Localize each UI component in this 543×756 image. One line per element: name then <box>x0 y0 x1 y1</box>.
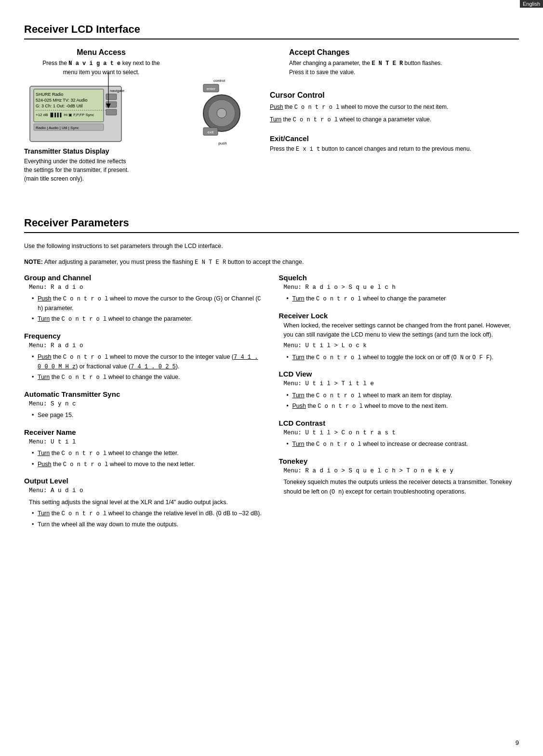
cursor-control-turn: Turn the C o n t r o l wheel to change a… <box>270 115 519 125</box>
exit-cancel-box: Exit/Cancel Press the E x i t button to … <box>270 134 519 154</box>
output-level-menu: Menu: A u d i o <box>29 486 265 495</box>
lcd-view-item1: Turn the C o n t r o l wheel to mark an … <box>287 391 519 401</box>
lcd-view-heading: LCD View <box>279 370 519 378</box>
lcd-contrast-heading: LCD Contrast <box>279 419 519 427</box>
frequency-item1: Push the C o n t r o l wheel to move the… <box>32 352 265 371</box>
auto-sync-list: See page 15. <box>32 411 265 420</box>
svg-text:control: control <box>213 78 225 83</box>
frequency-heading: Frequency <box>24 332 265 340</box>
lcd-view-section: LCD View Menu: U t i l > T i t l e Turn … <box>279 370 519 411</box>
svg-point-20 <box>217 108 226 118</box>
transmitter-status-text: Everything under the dotted line reflect… <box>24 157 178 183</box>
accept-changes-box: Accept Changes After changing a paramete… <box>289 48 519 77</box>
params-left-col: Group and Channel Menu: R a d i o Push t… <box>24 274 265 537</box>
output-level-item1: Turn the C o n t r o l wheel to change t… <box>32 509 265 519</box>
tonekey-heading: Tonekey <box>279 457 519 465</box>
receiver-lock-body: When locked, the receiver settings canno… <box>284 321 519 340</box>
receiver-name-list: Turn the C o n t r o l wheel to change t… <box>32 449 265 469</box>
note-text: NOTE: After adjusting a parameter, you m… <box>24 258 519 267</box>
params-right-col: Squelch Menu: R a d i o > S q u e l c h … <box>279 274 519 537</box>
receiver-lock-heading: Receiver Lock <box>279 312 519 320</box>
output-level-list: Turn the C o n t r o l wheel to change t… <box>32 509 265 529</box>
svg-text:push: push <box>218 141 226 145</box>
svg-rect-9 <box>106 102 117 107</box>
receiver-name-section: Receiver Name Menu: U t i l Turn the C o… <box>24 428 265 469</box>
svg-text:524-025 MHz TV: 32  Audio: 524-025 MHz TV: 32 Audio <box>36 98 88 103</box>
lcd-view-menu: Menu: U t i l > T i t l e <box>284 379 519 389</box>
control-knob-svg: control enter exit push <box>193 77 255 147</box>
accept-changes-text: After changing a parameter, the E N T E … <box>289 59 519 77</box>
group-channel-item2: Turn the C o n t r o l wheel to change t… <box>32 314 265 324</box>
lcd-contrast-list: Turn the C o n t r o l wheel to increase… <box>287 440 519 449</box>
cursor-control-box: Cursor Control Push the C o n t r o l wh… <box>270 91 519 125</box>
svg-text:navigate: navigate <box>110 89 125 93</box>
output-level-body: This setting adjusts the signal level at… <box>29 498 265 507</box>
svg-text:+12 dB ▐▌▌▌▌ Hi ▣ F,P,FP Sync: +12 dB ▐▌▌▌▌ Hi ▣ F,P,FP Sync <box>36 112 94 117</box>
receiver-name-item2: Push the C o n t r o l wheel to move to … <box>32 460 265 469</box>
lcd-contrast-section: LCD Contrast Menu: U t i l > C o n t r a… <box>279 419 519 449</box>
lcd-contrast-menu: Menu: U t i l > C o n t r a s t <box>284 429 519 438</box>
receiver-name-heading: Receiver Name <box>24 428 265 436</box>
output-level-item2: Turn the wheel all the way down to mute … <box>32 520 265 529</box>
transmitter-status-box: Transmitter Status Display Everything un… <box>24 147 178 183</box>
group-channel-menu: Menu: R a d i o <box>29 283 265 292</box>
group-channel-list: Push the C o n t r o l wheel to move the… <box>32 294 265 324</box>
exit-cancel-heading: Exit/Cancel <box>270 134 519 143</box>
language-label: English <box>523 1 540 7</box>
menu-access-text: Press the N a v i g a t e key next to th… <box>24 59 178 77</box>
menu-access-heading: Menu Access <box>24 48 178 57</box>
lcd-view-list: Turn the C o n t r o l wheel to mark an … <box>287 391 519 411</box>
auto-sync-section: Automatic Transmitter Sync Menu: S y n c… <box>24 390 265 420</box>
group-channel-item1: Push the C o n t r o l wheel to move the… <box>32 294 265 313</box>
receiver-lock-item1: Turn the C o n t r o l wheel to toggle t… <box>287 353 519 363</box>
section-lcd-interface: Receiver LCD Interface Menu Access Press… <box>24 23 519 183</box>
tonekey-section: Tonekey Menu: R a d i o > S q u e l c h … <box>279 457 519 496</box>
squelch-item1: Turn the C o n t r o l wheel to change t… <box>287 294 519 304</box>
lcd-device-svg: SHURE Radio 524-025 MHz TV: 32 Audio G: … <box>29 81 140 144</box>
group-channel-section: Group and Channel Menu: R a d i o Push t… <box>24 274 265 324</box>
section1-title: Receiver LCD Interface <box>24 23 519 39</box>
frequency-item2: Turn the C o n t r o l wheel to change t… <box>32 373 265 382</box>
receiver-name-item1: Turn the C o n t r o l wheel to change t… <box>32 449 265 458</box>
auto-sync-heading: Automatic Transmitter Sync <box>24 390 265 398</box>
auto-sync-item1: See page 15. <box>32 411 265 420</box>
top-language-bar: English <box>520 0 543 8</box>
exit-cancel-text: Press the E x i t button to cancel chang… <box>270 144 519 154</box>
receiver-lock-menu: Menu: U t i l > L o c k <box>284 341 519 351</box>
squelch-menu: Menu: R a d i o > S q u e l c h <box>284 283 519 292</box>
right-callouts: Accept Changes After changing a paramete… <box>260 48 519 154</box>
receiver-lock-list: Turn the C o n t r o l wheel to toggle t… <box>287 353 519 363</box>
lcd-device-diagram: SHURE Radio 524-025 MHz TV: 32 Audio G: … <box>29 81 178 145</box>
svg-rect-10 <box>106 109 117 115</box>
svg-text:enter: enter <box>207 87 216 91</box>
squelch-list: Turn the C o n t r o l wheel to change t… <box>287 294 519 304</box>
tonekey-menu: Menu: R a d i o > S q u e l c h > T o n … <box>284 467 519 476</box>
auto-sync-menu: Menu: S y n c <box>29 400 265 409</box>
output-level-section: Output Level Menu: A u d i o This settin… <box>24 477 265 529</box>
receiver-lock-section: Receiver Lock When locked, the receiver … <box>279 312 519 363</box>
page-number: 9 <box>516 739 519 746</box>
frequency-list: Push the C o n t r o l wheel to move the… <box>32 352 265 382</box>
svg-text:exit: exit <box>208 130 214 134</box>
accept-changes-heading: Accept Changes <box>289 48 519 57</box>
squelch-section: Squelch Menu: R a d i o > S q u e l c h … <box>279 274 519 304</box>
section-receiver-parameters: Receiver Parameters Use the following in… <box>24 217 519 537</box>
group-channel-heading: Group and Channel <box>24 274 265 282</box>
control-knob-area: control enter exit push <box>193 77 260 148</box>
cursor-control-push: Push the C o n t r o l wheel to move the… <box>270 103 519 112</box>
intro-text: Use the following instructions to set pa… <box>24 242 519 251</box>
cursor-control-heading: Cursor Control <box>270 91 519 100</box>
frequency-section: Frequency Menu: R a d i o Push the C o n… <box>24 332 265 382</box>
menu-access-box: Menu Access Press the N a v i g a t e ke… <box>24 48 178 77</box>
svg-text:Radio | Audio | Util | Sync: Radio | Audio | Util | Sync <box>36 126 79 130</box>
lcd-contrast-item1: Turn the C o n t r o l wheel to increase… <box>287 440 519 449</box>
lcd-view-item2: Push the C o n t r o l wheel to move to … <box>287 402 519 411</box>
section2-title: Receiver Parameters <box>24 217 519 233</box>
frequency-menu: Menu: R a d i o <box>29 341 265 351</box>
svg-text:SHURE             Radio: SHURE Radio <box>36 92 64 97</box>
transmitter-status-heading: Transmitter Status Display <box>24 147 178 155</box>
svg-rect-8 <box>106 94 117 100</box>
svg-text:G: 3 Ch: 1 Out: -0dB  Util: G: 3 Ch: 1 Out: -0dB Util <box>36 104 83 108</box>
squelch-heading: Squelch <box>279 274 519 282</box>
receiver-name-menu: Menu: U t i l <box>29 438 265 447</box>
